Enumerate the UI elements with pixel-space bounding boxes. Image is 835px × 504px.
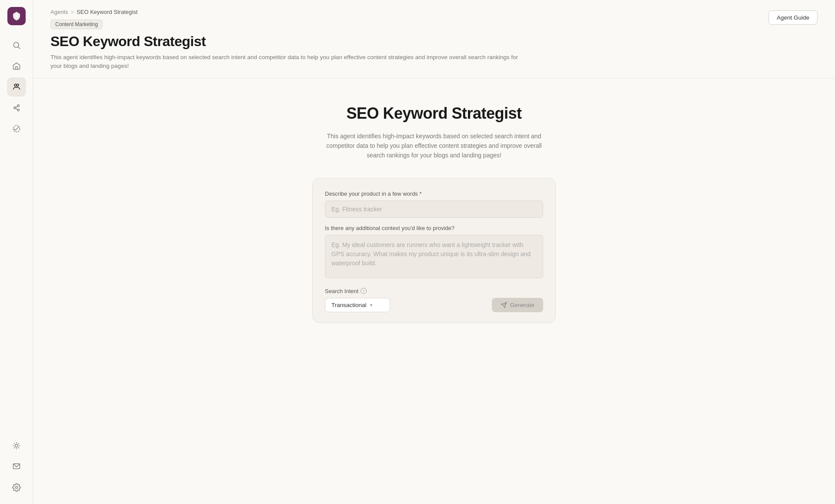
sidebar-item-home[interactable] (7, 57, 26, 76)
search-intent-section: Search Intent i Transactional ▾ Generate (325, 288, 543, 312)
generate-button[interactable]: Generate (492, 298, 543, 312)
breadcrumb-separator: > (70, 9, 74, 15)
center-content: SEO Keyword Strategist This agent identi… (33, 78, 835, 504)
sidebar-item-messages[interactable] (7, 457, 26, 476)
page-header: Agents > SEO Keyword Strategist Content … (33, 0, 835, 78)
breadcrumb: Agents > SEO Keyword Strategist (50, 9, 768, 15)
svg-line-9 (15, 106, 17, 107)
page-description: This agent identifies high-impact keywor… (50, 53, 529, 71)
svg-rect-3 (15, 67, 17, 70)
sidebar-item-theme[interactable] (7, 436, 26, 455)
center-description: This agent identifies high-impact keywor… (317, 131, 551, 160)
svg-point-7 (17, 105, 19, 107)
search-icon (12, 41, 21, 50)
sidebar-item-integrations[interactable] (7, 98, 26, 117)
product-input[interactable] (325, 200, 543, 218)
svg-line-20 (14, 447, 15, 448)
header-left: Agents > SEO Keyword Strategist Content … (50, 9, 768, 71)
page-title: SEO Keyword Strategist (50, 33, 768, 50)
svg-point-0 (15, 15, 18, 17)
generate-label: Generate (510, 302, 534, 308)
svg-line-19 (18, 443, 19, 444)
send-icon (501, 302, 507, 308)
content-marketing-tag: Content Marketing (50, 20, 103, 29)
sidebar-item-settings[interactable] (7, 478, 26, 497)
svg-line-18 (18, 447, 19, 448)
center-title: SEO Keyword Strategist (346, 104, 521, 123)
message-icon (12, 462, 21, 471)
sun-icon (12, 441, 21, 450)
chevron-down-icon: ▾ (370, 303, 372, 307)
agents-icon (12, 83, 21, 91)
selected-intent-value: Transactional (331, 302, 367, 308)
svg-point-12 (15, 444, 18, 447)
svg-line-2 (18, 47, 20, 49)
gear-icon (12, 483, 21, 492)
svg-point-22 (15, 487, 17, 489)
sidebar-bottom (7, 436, 26, 497)
search-intent-label: Search Intent i (325, 288, 543, 294)
agent-guide-button[interactable]: Agent Guide (768, 10, 818, 25)
sidebar (0, 0, 33, 504)
integrations-icon (12, 103, 21, 112)
context-textarea[interactable] (325, 235, 543, 278)
svg-point-8 (17, 109, 19, 111)
search-intent-dropdown[interactable]: Transactional ▾ (325, 298, 390, 312)
app-logo[interactable] (7, 7, 26, 25)
home-icon (12, 62, 21, 70)
search-intent-info-icon[interactable]: i (361, 288, 367, 294)
svg-point-1 (13, 42, 19, 47)
breadcrumb-current: SEO Keyword Strategist (77, 9, 137, 15)
main-content: Agents > SEO Keyword Strategist Content … (33, 0, 835, 504)
product-label: Describe your product in a few words * (325, 190, 543, 197)
form-card: Describe your product in a few words * I… (312, 178, 556, 323)
campaigns-icon (12, 124, 21, 133)
sidebar-item-search[interactable] (7, 36, 26, 55)
breadcrumb-parent[interactable]: Agents (50, 9, 68, 15)
svg-line-17 (14, 443, 15, 444)
svg-point-6 (13, 107, 15, 109)
sidebar-nav (7, 36, 26, 433)
sidebar-item-agents[interactable] (7, 77, 26, 97)
svg-line-10 (15, 108, 17, 110)
form-bottom-row: Transactional ▾ Generate (325, 298, 543, 312)
sidebar-item-campaigns[interactable] (7, 119, 26, 138)
svg-point-5 (17, 84, 19, 86)
context-label: Is there any additional context you'd li… (325, 225, 543, 231)
